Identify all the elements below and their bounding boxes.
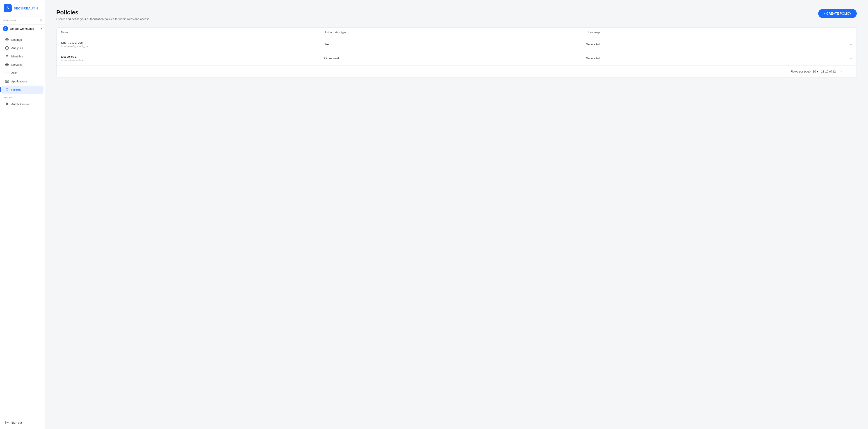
services-icon <box>5 63 9 67</box>
create-policy-button[interactable]: + CREATE POLICY <box>818 9 857 18</box>
rows-per-page-select[interactable]: 10 ▾ <box>813 70 818 73</box>
sidebar-item-identities[interactable]: Identities <box>1 52 43 60</box>
table-col-language: Language <box>588 31 852 34</box>
row-language: SecureAuth <box>586 42 849 46</box>
chevron-down-icon: ▾ <box>41 27 42 30</box>
svg-point-9 <box>6 103 7 104</box>
workspace-selector[interactable]: D Default workspace ▾ <box>0 25 45 34</box>
page-title: Policies <box>56 9 149 16</box>
table-col-name-label: Name <box>61 31 68 34</box>
table-row[interactable]: NIST-AAL-3 User id: nist-aal-3_default_u… <box>57 37 857 51</box>
security-section-label: Security <box>0 94 45 100</box>
apis-icon <box>5 71 9 75</box>
row-id: id: sample-ce-policy <box>61 59 323 62</box>
logo-text: SECUREAUTH <box>13 6 38 10</box>
sidebar-item-analytics[interactable]: Analytics <box>1 44 43 52</box>
policies-table: Name ↑ Authorization type Language NIST-… <box>56 28 857 77</box>
sidebar-item-authn-context-label: AuthN Context <box>11 102 30 106</box>
logo-icon: S <box>4 4 12 12</box>
sign-out-button[interactable]: Sign out <box>1 419 43 427</box>
sidebar-item-settings-label: Settings <box>11 38 22 41</box>
sort-arrow-icon: ↑ <box>69 31 70 34</box>
sidebar-item-authn-context[interactable]: AuthN Context <box>1 100 43 108</box>
row-language: SecureAuth <box>586 57 849 60</box>
workspaces-label: Workspaces <box>3 19 16 22</box>
page-info: 11-12 of 12 <box>821 70 836 73</box>
workspace-avatar: D <box>3 26 8 31</box>
rows-per-page-label: Rows per page: <box>791 70 811 73</box>
row-actions-button[interactable]: ··· <box>849 42 852 46</box>
settings-icon <box>5 38 9 42</box>
sidebar-item-identities-label: Identities <box>11 55 23 58</box>
sign-out-icon <box>5 421 9 425</box>
table-col-name[interactable]: Name ↑ <box>61 31 324 34</box>
main-content: Policies Create and define your authoriz… <box>45 0 868 429</box>
row-id: id: nist-aal-3_default_user <box>61 45 323 47</box>
workspace-name: Default workspace <box>10 27 39 30</box>
svg-rect-6 <box>7 80 8 81</box>
page-title-section: Policies Create and define your authoriz… <box>56 9 149 21</box>
workspace-section: Workspaces ⚙ <box>0 16 45 25</box>
sidebar-item-services[interactable]: Services <box>1 61 43 69</box>
sidebar-bottom: Sign out <box>0 416 45 429</box>
sidebar-item-services-label: Services <box>11 63 23 66</box>
prev-page-button[interactable]: ‹ <box>838 68 845 74</box>
sidebar-item-policies-label: Policies <box>11 88 22 92</box>
row-name-cell: NIST-AAL-3 User id: nist-aal-3_default_u… <box>61 41 323 47</box>
row-name-cell: test policy 1 id: sample-ce-policy <box>61 55 323 62</box>
page-header: Policies Create and define your authoriz… <box>56 9 857 21</box>
sidebar: S SECUREAUTH Workspaces ⚙ D Default work… <box>0 0 45 429</box>
rows-per-page-section: Rows per page: 10 ▾ <box>791 70 818 73</box>
chevron-down-icon: ▾ <box>817 70 818 73</box>
sidebar-item-analytics-label: Analytics <box>11 46 23 50</box>
rows-per-page-value: 10 <box>813 70 816 73</box>
sidebar-item-applications[interactable]: Applications <box>1 77 43 85</box>
sidebar-item-applications-label: Applications <box>11 80 27 83</box>
table-header: Name ↑ Authorization type Language <box>57 28 857 37</box>
pagination-row: Rows per page: 10 ▾ 11-12 of 12 ‹ › <box>57 65 857 77</box>
page-nav: ‹ › <box>838 68 852 74</box>
sidebar-item-apis[interactable]: APIs <box>1 69 43 77</box>
policies-icon <box>5 88 9 92</box>
table-row[interactable]: test policy 1 id: sample-ce-policy API r… <box>57 51 857 65</box>
svg-point-0 <box>6 39 7 40</box>
row-name: test policy 1 <box>61 55 323 58</box>
sidebar-item-policies[interactable]: Policies <box>1 86 43 94</box>
workspace-gear-icon[interactable]: ⚙ <box>39 19 42 22</box>
table-col-auth-type: Authorization type <box>324 31 588 34</box>
identities-icon <box>5 54 9 58</box>
sign-out-label: Sign out <box>11 421 22 424</box>
app-logo: S SECUREAUTH <box>0 0 45 16</box>
page-subtitle: Create and define your authorization pol… <box>56 17 149 21</box>
nav-section: Settings Analytics Identities Services <box>0 34 45 416</box>
row-auth-type: User <box>323 42 586 46</box>
svg-rect-7 <box>7 81 8 82</box>
row-actions-button[interactable]: ··· <box>849 56 852 61</box>
authn-context-icon <box>5 102 9 106</box>
row-auth-type: API request <box>323 57 586 60</box>
row-name: NIST-AAL-3 User <box>61 41 323 44</box>
next-page-button[interactable]: › <box>846 68 852 74</box>
svg-rect-5 <box>6 80 7 81</box>
sidebar-item-apis-label: APIs <box>11 71 17 75</box>
analytics-icon <box>5 46 9 50</box>
sidebar-item-settings[interactable]: Settings <box>1 36 43 44</box>
applications-icon <box>5 79 9 83</box>
svg-point-2 <box>6 55 7 56</box>
svg-rect-8 <box>6 81 7 82</box>
